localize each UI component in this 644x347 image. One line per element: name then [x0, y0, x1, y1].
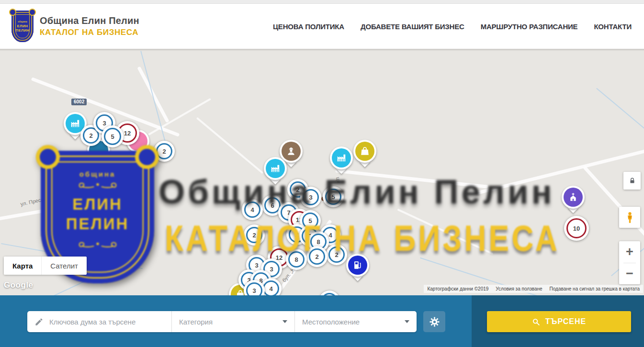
road-number-label: 6002 — [71, 99, 87, 105]
cluster-marker[interactable]: 3 — [300, 187, 321, 208]
map-type-satellite-button[interactable]: Сателит — [41, 257, 87, 275]
attribution-terms-link[interactable]: Условия за ползване — [496, 286, 542, 291]
advanced-search-settings-button[interactable] — [423, 311, 445, 332]
cluster-count: 2 — [156, 143, 172, 159]
shopping-bag-marker[interactable] — [353, 140, 377, 169]
brand-catalog-title: КАТАЛОГ НА БИЗНЕСА — [40, 28, 139, 37]
crest-small-line1: ЕЛИН — [17, 24, 28, 28]
cluster-count: 2 — [328, 246, 345, 263]
nav-pricing-policy[interactable]: ЦЕНОВА ПОЛИТИКА — [273, 22, 344, 31]
location-select[interactable]: Местоположение — [294, 311, 417, 332]
cluster-count: 4 — [244, 201, 260, 218]
cluster-count: 8 — [288, 251, 305, 268]
cluster-marker[interactable]: 2 — [326, 244, 347, 265]
road-line — [336, 169, 488, 188]
location-select-value: Местоположение — [302, 318, 360, 326]
search-button-label: ТЪРСЕНЕ — [545, 317, 586, 326]
cluster-count: 5 — [325, 189, 341, 205]
road-line — [397, 209, 493, 255]
zoom-in-button[interactable]: + — [619, 241, 640, 263]
attribution-report-error-link[interactable]: Подаване на сигнал за грешка в картата — [550, 286, 640, 291]
cluster-count: 5 — [321, 293, 338, 295]
cluster-count: 2 — [246, 227, 262, 243]
pencil-icon — [34, 317, 44, 326]
gear-icon — [429, 316, 440, 327]
lock-button[interactable] — [623, 172, 641, 190]
top-strip — [0, 0, 644, 4]
crest-small-top-label: община — [18, 21, 27, 23]
cluster-marker[interactable]: 10 — [564, 216, 589, 241]
road-line — [137, 66, 169, 123]
road-line — [476, 147, 644, 195]
nav-add-your-business[interactable]: ДОБАВЕТЕ ВАШИЯТ БИЗНЕС — [361, 22, 464, 31]
stream-line — [596, 88, 644, 157]
municipality-crest-icon: община ЕЛИН ПЕЛИН — [11, 11, 34, 42]
chevron-down-icon — [405, 320, 409, 323]
cluster-marker[interactable]: 2 — [306, 246, 328, 267]
attribution-copyright: Картографски данни ©2019 — [427, 286, 488, 291]
watermark-title: Община Елин Пелин — [158, 172, 555, 211]
category-select-value: Категория — [179, 318, 213, 326]
brand-text: Община Елин Пелин КАТАЛОГ НА БИЗНЕСА — [40, 15, 139, 37]
chevron-down-icon — [282, 320, 287, 323]
cluster-count: 4 — [263, 280, 279, 295]
map-canvas[interactable]: 6002105ул. Преславбул. „Новоселци 122352… — [0, 49, 644, 295]
cluster-count: 3 — [246, 282, 262, 295]
cluster-count: 5 — [104, 128, 121, 145]
cluster-marker[interactable]: 5 — [102, 125, 124, 147]
cluster-marker[interactable]: 5 — [319, 291, 340, 295]
factory-marker[interactable] — [263, 157, 287, 187]
nav-contacts[interactable]: КОНТАКТИ — [594, 22, 632, 31]
cluster-marker[interactable]: 2 — [154, 141, 175, 162]
watermark-crest-line2: ПЕЛИН — [66, 214, 129, 234]
search-panel: Категория Местоположение ТЪРСЕНЕ — [0, 295, 644, 347]
pegman-streetview-button[interactable] — [619, 207, 640, 228]
road-line — [0, 195, 124, 222]
lock-icon — [629, 177, 636, 184]
cluster-marker[interactable]: 4 — [242, 199, 263, 220]
cluster-count: 3 — [303, 189, 319, 205]
crest-flourish-icon — [77, 240, 118, 249]
cluster-marker[interactable]: 8 — [286, 249, 307, 270]
church-marker[interactable] — [561, 186, 585, 215]
road-line — [196, 117, 263, 174]
cluster-marker[interactable]: 2 — [244, 224, 265, 246]
crest-flourish-icon — [77, 181, 118, 190]
search-icon — [532, 318, 540, 326]
search-bar: Категория Местоположение — [27, 311, 417, 332]
factory-marker[interactable] — [329, 146, 353, 176]
search-button[interactable]: ТЪРСЕНЕ — [487, 311, 631, 332]
keyword-input[interactable] — [48, 317, 160, 326]
site-logo[interactable]: община ЕЛИН ПЕЛИН Община Елин Пелин КАТА… — [0, 11, 139, 42]
keyword-search-field[interactable] — [27, 311, 171, 332]
header: община ЕЛИН ПЕЛИН Община Елин Пелин КАТА… — [0, 4, 644, 49]
fuel-marker[interactable] — [346, 254, 370, 283]
category-select[interactable]: Категория — [171, 311, 294, 332]
pegman-icon — [623, 211, 636, 224]
nav-route-schedule[interactable]: МАРШРУТНО РАЗПИСАНИЕ — [481, 22, 578, 31]
cluster-count: 2 — [309, 248, 325, 265]
brand-municipality-title: Община Елин Пелин — [40, 15, 139, 26]
cluster-marker[interactable]: 5 — [323, 186, 344, 207]
zoom-out-button[interactable]: − — [619, 263, 640, 285]
street-name-label: ци — [335, 177, 342, 184]
main-nav: ЦЕНОВА ПОЛИТИКА ДОБАВЕТЕ ВАШИЯТ БИЗНЕС М… — [273, 22, 644, 31]
watermark-subtitle: КАТАЛОГ НА БИЗНЕСА — [165, 217, 560, 259]
stream-line — [32, 273, 102, 295]
street-name-label: ул. Преслав — [20, 195, 50, 207]
map-attribution: Картографски данни ©2019 Условия за полз… — [424, 285, 643, 293]
zoom-control: + − — [619, 241, 640, 284]
crest-small-line2: ПЕЛИН — [16, 28, 30, 33]
cluster-count: 10 — [566, 218, 587, 238]
map-type-map-button[interactable]: Карта — [4, 257, 41, 275]
google-logo[interactable]: Google — [4, 280, 34, 290]
page: община ЕЛИН ПЕЛИН Община Елин Пелин КАТА… — [0, 0, 644, 347]
map-type-control: Карта Сателит — [4, 257, 87, 275]
watermark-crest-top-label: община — [79, 170, 116, 178]
